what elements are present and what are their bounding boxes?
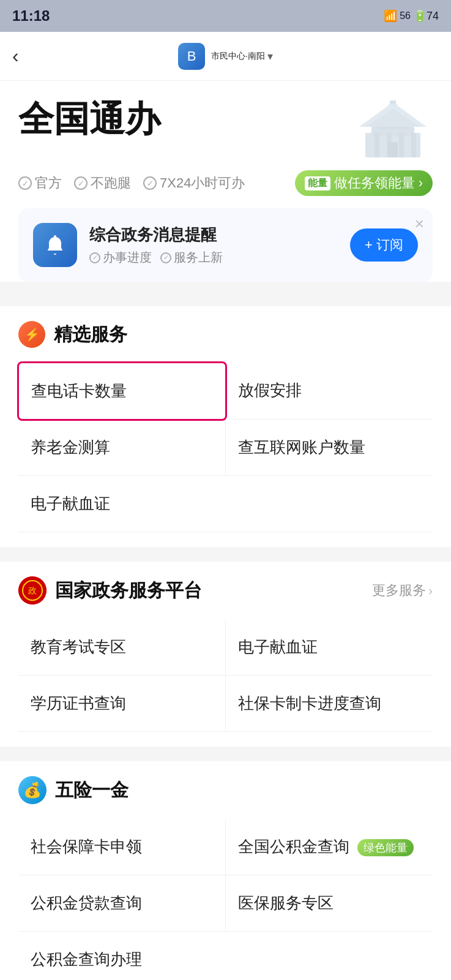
notif-sub-1: ✓ 办事进度 bbox=[89, 249, 152, 266]
notification-subtitle: ✓ 办事进度 ✓ 服务上新 bbox=[89, 249, 338, 266]
dropdown-arrow-icon: ▾ bbox=[267, 50, 273, 63]
gov-service-education[interactable]: 教育考试专区 bbox=[18, 619, 226, 676]
tags-row: ✓ 官方 ✓ 不跑腿 ✓ 7X24小时可办 能量 做任务领能量 › bbox=[18, 170, 433, 196]
service-label: 社保卡制卡进度查询 bbox=[238, 694, 381, 712]
service-label: 学历证书查询 bbox=[31, 694, 126, 712]
tag-label: 官方 bbox=[35, 174, 62, 192]
service-label: 全国公积金查询 bbox=[238, 837, 349, 856]
tag-check-icon3: ✓ bbox=[143, 176, 157, 190]
signal-icon: 📶 bbox=[384, 9, 397, 23]
energy-label-small: 能量 bbox=[305, 176, 330, 190]
gov-section-title-group: 政 国家政务服务平台 bbox=[18, 576, 202, 605]
nav-dropdown[interactable]: 市民中心·南阳 ▾ bbox=[211, 50, 273, 63]
featured-section-title: 精选服务 bbox=[54, 322, 127, 347]
insurance-medical[interactable]: 医保服务专区 bbox=[226, 875, 433, 932]
nav-title-text: 市民中心·南阳 bbox=[211, 51, 265, 62]
page-title: 全国通办 bbox=[18, 99, 160, 138]
service-label: 医保服务专区 bbox=[238, 894, 334, 912]
main-content: 全国通办 ✓ 官方 ✓ 不跑腿 bbox=[0, 81, 451, 282]
featured-service-grid: 查电话卡数量 放假安排 养老金测算 查互联网账户数量 电子献血证 bbox=[18, 363, 433, 532]
gov-platform-icon: 政 bbox=[18, 576, 47, 605]
featured-section-icon: ⚡ bbox=[18, 321, 45, 348]
notif-sub-2: ✓ 服务上新 bbox=[160, 249, 223, 266]
status-time: 11:18 bbox=[12, 7, 50, 24]
insurance-section-title: 五险一金 bbox=[55, 778, 129, 803]
chevron-right-icon: › bbox=[428, 584, 433, 598]
gov-section-title: 国家政务服务平台 bbox=[55, 578, 202, 603]
service-label: 查电话卡数量 bbox=[31, 382, 127, 400]
service-label: 电子献血证 bbox=[238, 638, 318, 656]
status-bar: 11:18 📶 56 🔋74 bbox=[0, 0, 451, 32]
svg-rect-11 bbox=[389, 104, 397, 107]
svg-text:政: 政 bbox=[28, 586, 37, 595]
energy-badge-text: 做任务领能量 bbox=[334, 174, 415, 192]
tag-label3: 7X24小时可办 bbox=[160, 174, 245, 192]
notif-check-2: ✓ bbox=[160, 252, 171, 263]
notification-title: 综合政务消息提醒 bbox=[89, 224, 338, 246]
svg-rect-5 bbox=[375, 133, 379, 157]
notif-check-1: ✓ bbox=[89, 252, 100, 263]
tag-check-icon2: ✓ bbox=[74, 176, 88, 190]
featured-icon-emoji: ⚡ bbox=[24, 327, 40, 342]
gov-section-header: 政 国家政务服务平台 更多服务 › bbox=[18, 576, 433, 605]
insurance-section: 💰 五险一金 社会保障卡申领 全国公积金查询 绿色能量 公积金贷款查询 医保服务… bbox=[0, 761, 451, 980]
service-item-holiday[interactable]: 放假安排 bbox=[226, 363, 433, 420]
notification-text: 综合政务消息提醒 ✓ 办事进度 ✓ 服务上新 bbox=[89, 224, 338, 266]
notif-sub-label-2: 服务上新 bbox=[174, 249, 223, 266]
service-label: 查互联网账户数量 bbox=[238, 438, 365, 456]
close-notification-button[interactable]: × bbox=[415, 214, 424, 233]
service-label: 社会保障卡申领 bbox=[31, 837, 142, 856]
insurance-section-header: 💰 五险一金 bbox=[18, 776, 433, 804]
nav-bar: ‹ B 市民中心·南阳 ▾ bbox=[0, 32, 451, 81]
service-label: 公积金贷款查询 bbox=[31, 894, 142, 912]
service-item-blood-cert[interactable]: 电子献血证 bbox=[18, 476, 433, 532]
section-divider-2 bbox=[0, 547, 451, 554]
temple-illustration bbox=[353, 99, 433, 160]
gov-services-section: 政 国家政务服务平台 更多服务 › 教育考试专区 电子献血证 学历证书查询 社保… bbox=[0, 562, 451, 747]
insurance-social-card[interactable]: 社会保障卡申领 bbox=[18, 819, 226, 875]
nav-title: B 市民中心·南阳 ▾ bbox=[178, 43, 273, 70]
notification-card: 综合政务消息提醒 ✓ 办事进度 ✓ 服务上新 + 订阅 × bbox=[18, 208, 433, 282]
energy-badge[interactable]: 能量 做任务领能量 › bbox=[295, 170, 433, 196]
insurance-icon: 💰 bbox=[18, 776, 47, 804]
featured-services-section: ⚡ 精选服务 查电话卡数量 放假安排 养老金测算 查互联网账户数量 电子献血证 bbox=[0, 306, 451, 547]
section-divider-3 bbox=[0, 747, 451, 754]
gov-service-degree[interactable]: 学历证书查询 bbox=[18, 676, 226, 732]
app-icon: B bbox=[178, 43, 205, 70]
wifi-icon: 56 bbox=[400, 10, 411, 21]
gov-more-link[interactable]: 更多服务 › bbox=[372, 581, 433, 600]
featured-section-header: ⚡ 精选服务 bbox=[18, 321, 433, 348]
subscribe-button[interactable]: + 订阅 bbox=[350, 228, 418, 262]
svg-rect-8 bbox=[411, 133, 416, 157]
insurance-fund-handle[interactable]: 公积金查询办理 bbox=[18, 932, 433, 980]
gov-service-grid: 教育考试专区 电子献血证 学历证书查询 社保卡制卡进度查询 bbox=[18, 619, 433, 732]
tag-check-icon: ✓ bbox=[18, 176, 32, 190]
service-item-pension[interactable]: 养老金测算 bbox=[18, 420, 226, 476]
service-label: 教育考试专区 bbox=[31, 638, 126, 656]
battery-icon: 🔋74 bbox=[413, 9, 439, 23]
tag-247: ✓ 7X24小时可办 bbox=[143, 174, 245, 192]
service-label: 养老金测算 bbox=[31, 438, 110, 456]
green-energy-badge: 绿色能量 bbox=[357, 839, 414, 856]
app-icon-letter: B bbox=[187, 48, 196, 64]
energy-badge-arrow: › bbox=[419, 175, 423, 191]
tag-norun: ✓ 不跑腿 bbox=[74, 174, 131, 192]
gov-more-label: 更多服务 bbox=[372, 581, 426, 600]
service-label: 公积金查询办理 bbox=[31, 950, 142, 968]
gov-service-social-card[interactable]: 社保卡制卡进度查询 bbox=[226, 676, 433, 732]
service-item-phone-card[interactable]: 查电话卡数量 bbox=[17, 361, 227, 421]
insurance-service-grid: 社会保障卡申领 全国公积金查询 绿色能量 公积金贷款查询 医保服务专区 公积金查… bbox=[18, 819, 433, 980]
insurance-title-group: 💰 五险一金 bbox=[18, 776, 129, 804]
insurance-fund-query[interactable]: 全国公积金查询 绿色能量 bbox=[226, 819, 433, 875]
svg-rect-7 bbox=[399, 133, 404, 157]
svg-rect-9 bbox=[388, 142, 398, 157]
page-title-section: 全国通办 bbox=[18, 99, 433, 160]
tag-official: ✓ 官方 bbox=[18, 174, 62, 192]
service-label: 电子献血证 bbox=[31, 494, 110, 513]
gov-service-blood[interactable]: 电子献血证 bbox=[226, 619, 433, 676]
insurance-fund-loan[interactable]: 公积金贷款查询 bbox=[18, 875, 226, 932]
tag-label2: 不跑腿 bbox=[91, 174, 131, 192]
back-button[interactable]: ‹ bbox=[12, 45, 19, 67]
service-item-internet-accounts[interactable]: 查互联网账户数量 bbox=[226, 420, 433, 476]
notif-sub-label-1: 办事进度 bbox=[103, 249, 152, 266]
